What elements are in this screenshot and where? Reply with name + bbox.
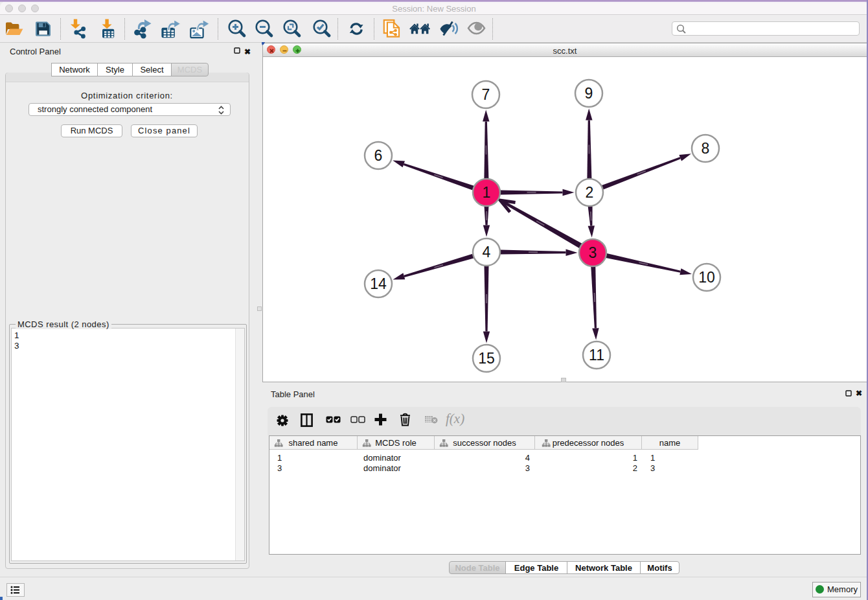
svg-text:8: 8 [702,140,710,157]
svg-text:10: 10 [698,269,715,286]
svg-text:15: 15 [478,350,495,367]
svg-text:6: 6 [374,147,383,164]
svg-text:1: 1 [483,184,491,201]
svg-text:11: 11 [589,347,604,363]
svg-text:4: 4 [483,244,491,260]
svg-text:14: 14 [370,275,387,292]
svg-text:2: 2 [586,184,594,201]
svg-text:9: 9 [585,85,593,102]
svg-text:3: 3 [589,244,597,261]
svg-text:7: 7 [482,86,490,103]
